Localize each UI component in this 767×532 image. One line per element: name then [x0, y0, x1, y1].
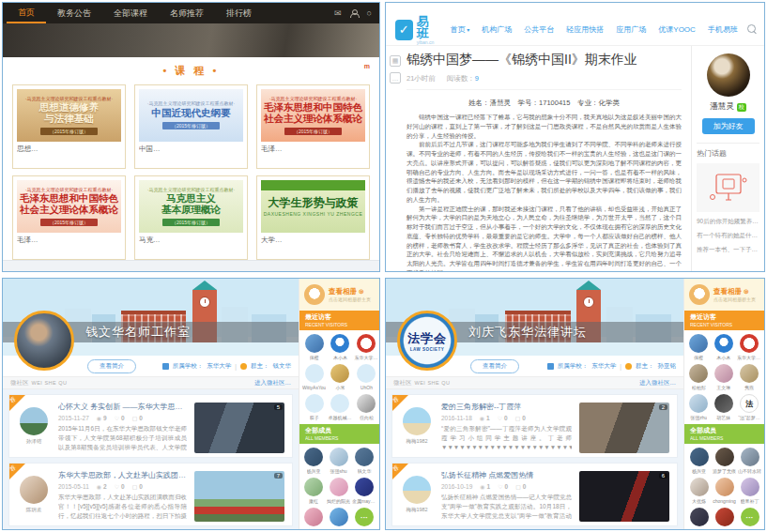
nav-org-square[interactable]: 机构广场	[482, 24, 512, 35]
visitor-item[interactable]: 松柏彭	[687, 364, 711, 390]
member-item[interactable]: 未认证	[687, 508, 711, 530]
visitor-item[interactable]: 胡艺妹	[713, 394, 736, 420]
course-card[interactable]: 大学生形势与政策 DAXUESHENG XINGSHI YU ZHENGCE 大…	[256, 175, 370, 260]
school-link[interactable]: 东华大学	[591, 362, 616, 371]
visitor-item[interactable]: 保橙	[302, 334, 326, 360]
nav-mobile[interactable]: 手机易班	[708, 24, 738, 35]
bell-icon[interactable]	[764, 24, 765, 35]
yiban-logo[interactable]: 易班 yiban.cn	[395, 15, 437, 45]
post-card[interactable]: 荐 梅梅1982 爱的三角形解密--丁霞萍 2016-11-18 1 0 0 “…	[391, 394, 678, 458]
add-friend-button[interactable]: 加为好友	[702, 118, 755, 134]
hot-topic-item[interactable]: 推荐一本书、一下子就…	[697, 246, 759, 254]
nav-app-square[interactable]: 应用广场	[616, 24, 646, 35]
post-thumbnail[interactable]: 2	[579, 403, 669, 453]
mail-icon[interactable]	[334, 8, 342, 18]
course-card[interactable]: ·马克思主义理论研究和建设工程重点教材· 毛泽东思想和中国特色 社会主义理论体系…	[256, 84, 370, 169]
member-item[interactable]: chongming	[713, 478, 736, 504]
view-intro-button[interactable]: 查看简介	[470, 359, 519, 373]
view-intro-button[interactable]: 查看简介	[87, 359, 136, 373]
more-link[interactable]: m	[364, 63, 370, 69]
visitor-item[interactable]: UhOh	[354, 364, 378, 390]
post-thumbnail[interactable]: 5	[194, 403, 284, 453]
course-card[interactable]: ·马克思主义理论研究和建设工程重点教材· 马克思主义 基本原理概论 （2015年…	[134, 175, 248, 260]
visitor-item[interactable]: 卓越机械1…	[328, 394, 352, 420]
member-item[interactable]: 杨兴亚	[687, 448, 711, 474]
view-album-card[interactable]: 查看相册 ⊙点击返回相册群主页	[684, 279, 764, 311]
visitor-item[interactable]: 小米	[328, 364, 352, 390]
nav-light-apps[interactable]: 轻应用快搭	[566, 24, 604, 35]
nav-ranking[interactable]: 排行榜	[215, 3, 263, 23]
member-item[interactable]: 康红	[302, 478, 325, 504]
member-item[interactable]: 山不转水转	[738, 448, 761, 474]
school-link[interactable]: 东华大学	[207, 362, 231, 371]
visitor-item[interactable]: 隽燕	[737, 364, 761, 390]
member-item[interactable]: 危月燕	[327, 508, 350, 530]
post-card[interactable]: 荐 陈玥孟 东华大学思政部，人文赴茅山实践团满载而归收官！！ 2015-05-1…	[8, 463, 293, 526]
visitor-item[interactable]: 张强zhu	[687, 394, 711, 420]
member-item[interactable]: 追梦了无痕	[713, 448, 736, 474]
post-author-avatar[interactable]	[403, 407, 431, 435]
member-item[interactable]: 金属mayday	[352, 478, 376, 504]
group-avatar[interactable]	[14, 311, 74, 371]
hot-topic-item[interactable]: 有一个特有的她是什么…	[697, 232, 759, 240]
album-title: 查看相册 ⊙点击返回相册群主页	[713, 287, 756, 302]
post-title[interactable]: 爱的三角形解密--丁霞萍	[441, 402, 572, 412]
post-thumbnail[interactable]: 6	[579, 471, 669, 522]
post-author-avatar[interactable]	[403, 476, 431, 504]
post-author-avatar[interactable]	[20, 476, 48, 504]
more-members[interactable]: ···更多	[738, 508, 761, 530]
visitor-item[interactable]: 王文琳	[713, 364, 736, 390]
member-item[interactable]: 毬毬鸡	[302, 508, 325, 530]
owner-link[interactable]: 孙亚铭	[658, 362, 677, 371]
more-members[interactable]: ···更多	[352, 508, 376, 530]
nav-all-courses[interactable]: 全部课程	[102, 3, 159, 23]
post-author-avatar[interactable]	[20, 407, 48, 435]
visitor-item[interactable]: 木小木	[328, 334, 352, 360]
course-card[interactable]: ·马克思主义理论研究和建设工程重点教材· 思想道德修养 与法律基础 （2015年…	[12, 84, 126, 169]
visitor-item[interactable]: 法“法”起梦…	[737, 394, 761, 420]
post-card[interactable]: 荐 孙泽镕 心怀大义 务实创新 ——东华大学思想政治理论实践教育活动 2015-…	[8, 394, 293, 458]
post-title[interactable]: 心怀大义 务实创新 ——东华大学思想政治理论实践教育活动	[58, 402, 187, 412]
visitor-item[interactable]: 东华大学公…	[737, 334, 761, 360]
visitor-item[interactable]: 保橙	[687, 334, 711, 360]
comment-icon[interactable]	[390, 72, 401, 84]
nav-home[interactable]: 首页	[7, 3, 46, 23]
user-avatar	[741, 448, 759, 466]
members-grid: 杨兴亚 追梦了无痕 山不转水转 大优烁 chongming 糖果补丁 未认证 杨…	[684, 444, 764, 530]
nav-public-platform[interactable]: 公共平台	[524, 24, 554, 35]
owner-link[interactable]: 钱文华	[273, 362, 292, 371]
group-avatar[interactable]: 法学会 LAW SOCIETY	[397, 311, 457, 371]
visitor-item[interactable]: 木小木	[713, 334, 736, 360]
member-item[interactable]: 张强shu	[327, 448, 350, 474]
visitor-item[interactable]: 任向松	[354, 394, 378, 420]
nav-home[interactable]: 首页	[451, 24, 470, 35]
user-icon[interactable]	[350, 9, 359, 18]
visitor-item[interactable]: WittyAsYou	[302, 364, 326, 390]
course-card[interactable]: ·马克思主义理论研究和建设工程重点教材· 中国近现代史纲要 （2015年修订版）…	[134, 84, 248, 169]
search-icon[interactable]	[747, 24, 757, 35]
post-title[interactable]: 东华大学思政部，人文赴茅山实践团满载而归收官！！	[58, 470, 187, 480]
member-item[interactable]: 灿烂的阳光	[327, 478, 350, 504]
member-item[interactable]: 钱文华	[352, 448, 376, 474]
view-album-card[interactable]: 查看相册 ⊙点击返回相册群主页	[299, 279, 379, 311]
hot-topic-item[interactable]: 90后的你开始频繁养生…	[697, 218, 759, 226]
member-item[interactable]: 大优烁	[687, 478, 711, 504]
nav-yooc[interactable]: 优课YOOC	[658, 24, 696, 35]
layout-icon[interactable]	[390, 55, 401, 67]
course-card[interactable]: ·马克思主义理论研究和建设工程重点教材· 毛泽东思想和中国特色 社会主义理论体系…	[12, 175, 126, 260]
author-avatar[interactable]	[707, 53, 750, 97]
enter-community-link[interactable]: 进入微社区…	[639, 379, 676, 388]
post-title[interactable]: 弘扬长征精神 点燃爱国热情	[441, 470, 572, 480]
nav-announcements[interactable]: 教务公告	[46, 3, 102, 23]
visitor-item[interactable]: 东华大学公…	[354, 334, 378, 360]
member-item[interactable]: 糖果补丁	[738, 478, 761, 504]
member-item[interactable]: 杨兴亚	[302, 448, 325, 474]
post-thumbnail[interactable]: 7	[194, 471, 284, 522]
nav-teachers[interactable]: 名师推荐	[159, 3, 215, 23]
album-title: 查看相册 ⊙点击返回相册群主页	[329, 287, 371, 302]
circle-icon[interactable]	[367, 8, 372, 18]
member-item[interactable]: 杨清玉	[713, 508, 736, 530]
visitor-item[interactable]: 双子	[302, 394, 326, 420]
post-card[interactable]: 荐 梅梅1982 弘扬长征精神 点燃爱国热情 2016-10-19 1 0 0 …	[391, 463, 678, 526]
enter-community-link[interactable]: 进入微社区…	[254, 379, 291, 388]
